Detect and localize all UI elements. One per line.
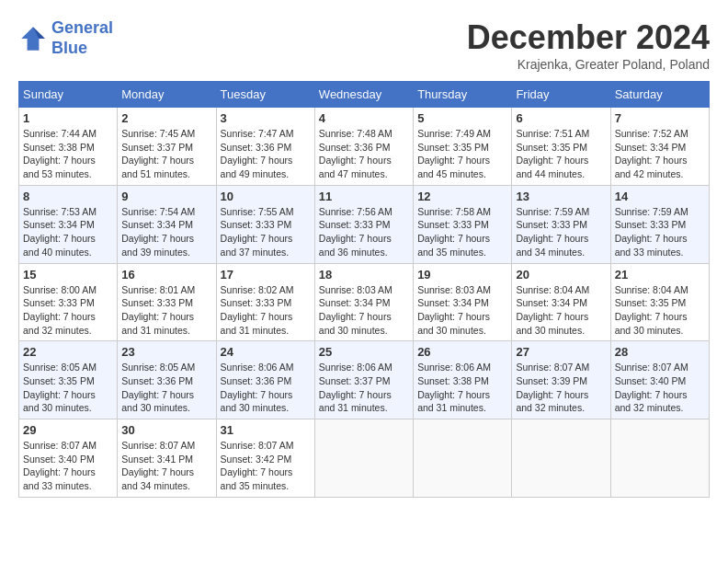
day-number: 31 [221, 423, 311, 437]
day-info: Sunrise: 8:07 AM Sunset: 3:40 PM Dayligh… [615, 361, 705, 415]
logo-text: General Blue [51, 18, 113, 58]
calendar-cell: 9Sunrise: 7:54 AM Sunset: 3:34 PM Daylig… [118, 185, 216, 263]
day-info: Sunrise: 7:59 AM Sunset: 3:33 PM Dayligh… [516, 205, 606, 259]
week-row-5: 29Sunrise: 8:07 AM Sunset: 3:40 PM Dayli… [19, 419, 710, 498]
calendar-cell: 20Sunrise: 8:04 AM Sunset: 3:34 PM Dayli… [512, 263, 610, 341]
day-number: 11 [319, 190, 409, 203]
day-info: Sunrise: 8:02 AM Sunset: 3:33 PM Dayligh… [221, 283, 311, 338]
day-number: 3 [221, 111, 311, 125]
page-header: General Blue December 2024 Krajenka, Gre… [18, 18, 710, 72]
header-friday: Friday [512, 82, 610, 108]
day-number: 10 [221, 190, 311, 203]
calendar-cell: 28Sunrise: 8:07 AM Sunset: 3:40 PM Dayli… [610, 341, 709, 419]
calendar-cell: 3Sunrise: 7:47 AM Sunset: 3:36 PM Daylig… [216, 108, 314, 186]
day-info: Sunrise: 8:06 AM Sunset: 3:36 PM Dayligh… [221, 361, 311, 415]
day-info: Sunrise: 8:03 AM Sunset: 3:34 PM Dayligh… [319, 283, 409, 338]
calendar-cell: 7Sunrise: 7:52 AM Sunset: 3:34 PM Daylig… [610, 108, 709, 186]
calendar-cell [610, 419, 709, 498]
day-info: Sunrise: 8:05 AM Sunset: 3:36 PM Dayligh… [121, 361, 211, 415]
header-saturday: Saturday [610, 82, 709, 108]
day-number: 7 [615, 111, 705, 125]
day-number: 16 [121, 268, 211, 282]
calendar-cell: 29Sunrise: 8:07 AM Sunset: 3:40 PM Dayli… [19, 419, 118, 498]
day-number: 18 [319, 268, 409, 282]
week-row-4: 22Sunrise: 8:05 AM Sunset: 3:35 PM Dayli… [19, 341, 710, 419]
calendar-cell: 22Sunrise: 8:05 AM Sunset: 3:35 PM Dayli… [19, 341, 118, 419]
calendar-cell: 25Sunrise: 8:06 AM Sunset: 3:37 PM Dayli… [314, 341, 413, 419]
calendar-cell: 27Sunrise: 8:07 AM Sunset: 3:39 PM Dayli… [512, 341, 610, 419]
day-number: 15 [23, 268, 113, 282]
calendar-cell: 14Sunrise: 7:59 AM Sunset: 3:33 PM Dayli… [610, 185, 709, 263]
day-info: Sunrise: 8:01 AM Sunset: 3:33 PM Dayligh… [121, 283, 211, 338]
calendar-cell [314, 419, 413, 498]
week-row-2: 8Sunrise: 7:53 AM Sunset: 3:34 PM Daylig… [19, 185, 710, 263]
day-number: 20 [516, 268, 606, 282]
day-info: Sunrise: 7:48 AM Sunset: 3:36 PM Dayligh… [319, 127, 409, 181]
day-info: Sunrise: 8:06 AM Sunset: 3:38 PM Dayligh… [417, 361, 507, 415]
calendar-cell: 18Sunrise: 8:03 AM Sunset: 3:34 PM Dayli… [314, 263, 413, 341]
day-info: Sunrise: 7:47 AM Sunset: 3:36 PM Dayligh… [221, 127, 311, 181]
calendar-cell: 24Sunrise: 8:06 AM Sunset: 3:36 PM Dayli… [216, 341, 314, 419]
calendar-cell: 1Sunrise: 7:44 AM Sunset: 3:38 PM Daylig… [19, 108, 118, 186]
day-number: 13 [516, 190, 606, 203]
calendar-cell: 30Sunrise: 8:07 AM Sunset: 3:41 PM Dayli… [118, 419, 216, 498]
day-info: Sunrise: 8:04 AM Sunset: 3:35 PM Dayligh… [615, 283, 705, 338]
day-info: Sunrise: 8:06 AM Sunset: 3:37 PM Dayligh… [319, 361, 409, 415]
day-info: Sunrise: 7:44 AM Sunset: 3:38 PM Dayligh… [23, 127, 113, 181]
day-info: Sunrise: 7:49 AM Sunset: 3:35 PM Dayligh… [417, 127, 507, 181]
day-info: Sunrise: 8:07 AM Sunset: 3:41 PM Dayligh… [121, 439, 211, 493]
day-number: 6 [516, 111, 606, 125]
calendar: Sunday Monday Tuesday Wednesday Thursday… [18, 81, 710, 498]
calendar-cell: 2Sunrise: 7:45 AM Sunset: 3:37 PM Daylig… [118, 108, 216, 186]
calendar-cell: 8Sunrise: 7:53 AM Sunset: 3:34 PM Daylig… [19, 185, 118, 263]
day-number: 14 [615, 190, 705, 203]
calendar-cell: 10Sunrise: 7:55 AM Sunset: 3:33 PM Dayli… [216, 185, 314, 263]
day-info: Sunrise: 7:59 AM Sunset: 3:33 PM Dayligh… [615, 205, 705, 259]
calendar-cell: 21Sunrise: 8:04 AM Sunset: 3:35 PM Dayli… [610, 263, 709, 341]
day-info: Sunrise: 8:00 AM Sunset: 3:33 PM Dayligh… [23, 283, 113, 338]
month-title: December 2024 [467, 18, 710, 57]
day-number: 30 [121, 423, 211, 437]
location: Krajenka, Greater Poland, Poland [467, 57, 710, 72]
calendar-cell: 17Sunrise: 8:02 AM Sunset: 3:33 PM Dayli… [216, 263, 314, 341]
day-info: Sunrise: 7:54 AM Sunset: 3:34 PM Dayligh… [121, 205, 211, 259]
day-number: 27 [516, 345, 606, 359]
calendar-cell: 6Sunrise: 7:51 AM Sunset: 3:35 PM Daylig… [512, 108, 610, 186]
day-info: Sunrise: 8:03 AM Sunset: 3:34 PM Dayligh… [417, 283, 507, 338]
calendar-cell: 26Sunrise: 8:06 AM Sunset: 3:38 PM Dayli… [414, 341, 512, 419]
week-row-1: 1Sunrise: 7:44 AM Sunset: 3:38 PM Daylig… [19, 108, 710, 186]
day-number: 28 [615, 345, 705, 359]
day-info: Sunrise: 8:07 AM Sunset: 3:39 PM Dayligh… [516, 361, 606, 415]
day-number: 1 [23, 111, 113, 125]
calendar-cell: 19Sunrise: 8:03 AM Sunset: 3:34 PM Dayli… [414, 263, 512, 341]
day-info: Sunrise: 7:45 AM Sunset: 3:37 PM Dayligh… [121, 127, 211, 181]
day-number: 24 [221, 345, 311, 359]
day-info: Sunrise: 7:53 AM Sunset: 3:34 PM Dayligh… [23, 205, 113, 259]
day-info: Sunrise: 7:51 AM Sunset: 3:35 PM Dayligh… [516, 127, 606, 181]
header-monday: Monday [118, 82, 216, 108]
day-info: Sunrise: 8:04 AM Sunset: 3:34 PM Dayligh… [516, 283, 606, 338]
calendar-cell: 15Sunrise: 8:00 AM Sunset: 3:33 PM Dayli… [19, 263, 118, 341]
day-number: 9 [121, 190, 211, 203]
calendar-cell [512, 419, 610, 498]
calendar-cell: 12Sunrise: 7:58 AM Sunset: 3:33 PM Dayli… [414, 185, 512, 263]
day-number: 4 [319, 111, 409, 125]
day-info: Sunrise: 8:07 AM Sunset: 3:42 PM Dayligh… [221, 439, 311, 493]
weekday-header-row: Sunday Monday Tuesday Wednesday Thursday… [19, 82, 710, 108]
calendar-cell: 16Sunrise: 8:01 AM Sunset: 3:33 PM Dayli… [118, 263, 216, 341]
day-info: Sunrise: 8:07 AM Sunset: 3:40 PM Dayligh… [23, 439, 113, 493]
header-tuesday: Tuesday [216, 82, 314, 108]
calendar-cell [414, 419, 512, 498]
day-number: 21 [615, 268, 705, 282]
day-number: 12 [417, 190, 507, 203]
day-info: Sunrise: 7:58 AM Sunset: 3:33 PM Dayligh… [417, 205, 507, 259]
day-info: Sunrise: 7:56 AM Sunset: 3:33 PM Dayligh… [319, 205, 409, 259]
day-number: 25 [319, 345, 409, 359]
calendar-cell: 11Sunrise: 7:56 AM Sunset: 3:33 PM Dayli… [314, 185, 413, 263]
day-number: 2 [121, 111, 211, 125]
day-number: 29 [23, 423, 113, 437]
header-wednesday: Wednesday [314, 82, 413, 108]
day-number: 17 [221, 268, 311, 282]
day-info: Sunrise: 7:52 AM Sunset: 3:34 PM Dayligh… [615, 127, 705, 181]
week-row-3: 15Sunrise: 8:00 AM Sunset: 3:33 PM Dayli… [19, 263, 710, 341]
